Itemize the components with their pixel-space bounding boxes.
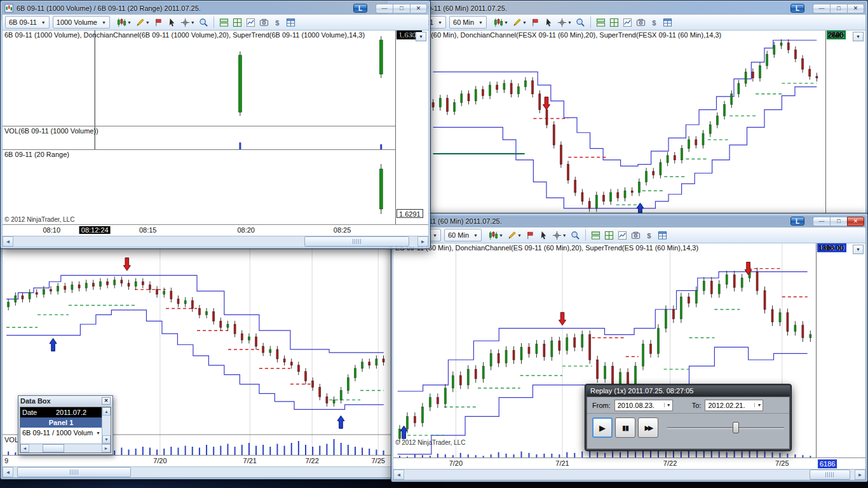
chart-window-6b-range[interactable]: 6B 09-11 (1000 Volume) / 6B 09-11 (20 Ra… — [0, 0, 431, 249]
data-box-titlebar[interactable]: Data Box ✕ — [18, 396, 112, 406]
indicators-button[interactable] — [245, 16, 257, 29]
time-axis[interactable]: 97/207/217/227/25 — [3, 455, 430, 466]
scroll-right-button[interactable]: ► — [855, 470, 865, 480]
replay-speed-slider[interactable] — [667, 421, 784, 434]
grid-button[interactable] — [603, 229, 615, 242]
data-series-button[interactable]: $ — [643, 229, 655, 242]
drawing-tools-button[interactable]: ▼ — [511, 16, 528, 29]
market-analyzer-button[interactable] — [656, 229, 668, 242]
market-analyzer-button[interactable] — [661, 16, 674, 29]
vertical-scrollbar[interactable]: ▲ ▼ — [102, 407, 111, 444]
close-button[interactable]: ✕ — [410, 4, 427, 13]
scroll-left-button[interactable]: ◄ — [3, 467, 13, 477]
scroll-up-button[interactable]: ▲ — [102, 407, 111, 416]
link-button[interactable]: L — [790, 217, 804, 226]
horizontal-scrollbar[interactable]: ◄ ► — [20, 444, 111, 452]
minimize-button[interactable]: — — [813, 217, 830, 226]
horizontal-scrollbar[interactable]: ◄ ► — [3, 466, 430, 477]
snapshot-button[interactable] — [630, 229, 642, 242]
link-button[interactable]: L — [353, 4, 367, 13]
time-axis[interactable]: 08:1008:12:2408:1508:2008:25 — [3, 224, 428, 236]
scroll-thumb[interactable] — [810, 470, 850, 480]
maximize-button[interactable]: □ — [830, 217, 847, 226]
chart-canvas[interactable] — [3, 30, 395, 126]
play-button[interactable]: ▶ — [592, 417, 613, 438]
data-series-dropdown[interactable]: ▼ — [853, 245, 864, 254]
fast-forward-button[interactable]: ▶▶ — [638, 417, 658, 438]
panels-button[interactable] — [590, 229, 602, 242]
zoom-button[interactable] — [569, 229, 581, 242]
drawing-tools-button[interactable]: ▼ — [506, 229, 523, 242]
scroll-left-button[interactable]: ◄ — [393, 470, 404, 480]
replay-window[interactable]: Replay (1x) 2011.07.25. 08:27:05 From: 2… — [585, 384, 792, 451]
grid-button[interactable] — [608, 16, 620, 29]
alert-button[interactable] — [529, 16, 541, 29]
horizontal-scrollbar[interactable]: ◄ ► — [393, 469, 865, 480]
data-box-instrument-row[interactable]: 6B 09-11 / 1000 Volum ▼ — [20, 428, 102, 438]
data-series-dropdown[interactable]: ▼ — [853, 32, 864, 41]
scroll-down-button[interactable]: ▼ — [102, 435, 111, 444]
price-axis[interactable]: ▼ 1350.001347.751338.201328.001322.00132… — [817, 243, 865, 458]
zoom-button[interactable] — [574, 16, 587, 29]
interval-select[interactable]: 60 Min▼ — [449, 16, 487, 29]
horizontal-scrollbar[interactable]: ◄ ► — [3, 236, 428, 247]
indicators-button[interactable] — [621, 16, 634, 29]
link-button[interactable]: L — [790, 4, 804, 13]
maximize-button[interactable]: □ — [830, 4, 847, 13]
drawing-tools-button[interactable]: ▼ — [134, 16, 151, 29]
chart-area[interactable]: FESX 09-11 (60 Min), DonchianChannel(FES… — [390, 30, 865, 214]
to-date-field[interactable]: 2012.02.21. ▼ — [705, 400, 763, 411]
time-axis[interactable]: 7/207/217/227/25 6186 — [393, 458, 865, 469]
range-panel-canvas[interactable] — [3, 150, 395, 216]
snapshot-button[interactable] — [635, 16, 647, 29]
interval-select[interactable]: 1000 Volume▼ — [53, 16, 110, 29]
title-bar[interactable]: ES 09-11 (60 Min) 2011.07.25. L — □ ✕ — [393, 215, 865, 227]
from-date-field[interactable]: 2010.08.23. ▼ — [614, 400, 673, 411]
pointer-button[interactable] — [543, 16, 555, 29]
pointer-button[interactable] — [538, 229, 550, 242]
data-box-window[interactable]: Data Box ✕ Date 2011.07.2 Panel 1 6B 09-… — [18, 395, 113, 455]
scroll-right-button[interactable]: ► — [417, 236, 428, 247]
pointer-button[interactable] — [166, 16, 178, 29]
chart-canvas[interactable] — [390, 30, 825, 214]
pause-button[interactable]: ▮▮ — [615, 417, 635, 438]
data-series-button[interactable]: $ — [271, 16, 283, 29]
data-series-button[interactable]: $ — [648, 16, 660, 29]
scroll-right-button[interactable]: ► — [102, 444, 111, 452]
scroll-left-button[interactable]: ◄ — [3, 236, 13, 247]
price-axis[interactable]: ▼ 1.631.62951.62901.62851.628001.63001.6… — [396, 30, 428, 224]
chart-style-button[interactable]: ▼ — [116, 16, 133, 29]
close-button[interactable]: ✕ — [847, 4, 864, 13]
zoom-button[interactable] — [198, 16, 210, 29]
replay-titlebar[interactable]: Replay (1x) 2011.07.25. 08:27:05 — [587, 386, 790, 396]
title-bar[interactable]: 6B 09-11 (1000 Volume) / 6B 09-11 (20 Ra… — [3, 3, 428, 14]
scroll-thumb[interactable] — [304, 236, 409, 247]
crosshair-button[interactable]: ▼ — [179, 16, 196, 29]
slider-thumb[interactable] — [733, 422, 739, 433]
instrument-select[interactable]: 6B 09-11▼ — [5, 16, 50, 29]
snapshot-button[interactable] — [258, 16, 270, 29]
interval-select[interactable]: 60 Min▼ — [444, 229, 482, 241]
data-series-dropdown[interactable]: ▼ — [416, 32, 426, 41]
alert-button[interactable] — [153, 16, 165, 29]
maximize-button[interactable]: □ — [393, 4, 410, 13]
scroll-left-button[interactable]: ◄ — [20, 444, 29, 452]
scroll-thumb[interactable] — [43, 444, 64, 452]
crosshair-button[interactable]: ▼ — [556, 16, 573, 29]
close-button[interactable]: ✕ — [847, 217, 864, 226]
close-icon[interactable]: ✕ — [102, 397, 111, 405]
alert-button[interactable] — [524, 229, 536, 242]
scroll-thumb[interactable] — [17, 467, 131, 477]
minimize-button[interactable]: — — [376, 4, 393, 13]
crosshair-button[interactable]: ▼ — [551, 229, 568, 242]
indicators-button[interactable] — [616, 229, 628, 242]
chart-area[interactable]: 6B 09-11 (1000 Volume), DonchianChannel(… — [3, 30, 428, 224]
minimize-button[interactable]: — — [813, 4, 830, 13]
panels-button[interactable] — [595, 16, 607, 29]
chart-style-button[interactable]: ▼ — [492, 16, 510, 29]
chart-style-button[interactable]: ▼ — [487, 229, 505, 242]
chart-window-fesx[interactable]: FESX 09-11 (60 Min) 2011.07.25. L — □ ✕ … — [387, 0, 868, 217]
market-analyzer-button[interactable] — [285, 16, 297, 29]
grid-button[interactable] — [231, 16, 243, 29]
price-axis[interactable]: ▼ 27912780276027482742272027002680266026… — [826, 30, 865, 214]
